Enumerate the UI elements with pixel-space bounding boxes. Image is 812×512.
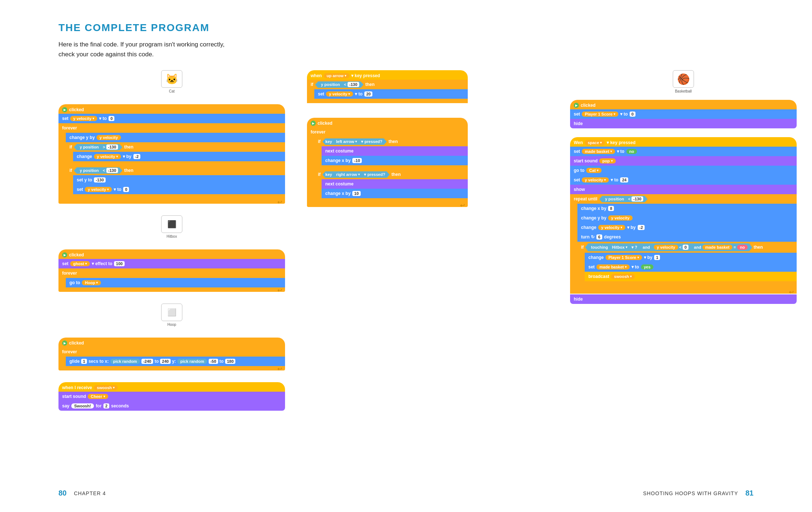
chapter-label-right: SHOOTING HOOPS WITH GRAVITY — [643, 490, 738, 496]
if-touching-body: change Player 1 Score ▾ by 1 set made ba… — [577, 253, 797, 289]
go-to-hoop-block: go to Hoop — [66, 278, 285, 287]
set-player-score-block: set Player 1 Score ▾ to 0 — [570, 109, 797, 119]
lr-forever-body: if key left arrow ▾ pressed? then — [307, 137, 468, 207]
repeat-until-header: repeat until y position < -130 — [570, 194, 797, 204]
if-ypos-lt-block: if y position < -130 then — [66, 166, 285, 175]
when-space-pressed: Wen space ▾ key pressed — [570, 137, 797, 147]
hoop-sprite-thumb: ⬜ Hoop — [58, 304, 285, 327]
if-left-header: if key left arrow ▾ pressed? then — [314, 137, 468, 146]
hitbox-forever-body: go to Hoop ↩ — [58, 278, 285, 292]
hoop-forever-header: forever — [58, 347, 285, 357]
set-y-velocity-block: set y velocity ▾ to 0 — [58, 114, 285, 123]
page-title: THE COMPLETE PROGRAM — [58, 22, 754, 34]
when-clicked-hat: ▶ clicked — [58, 104, 285, 114]
broadcast-swoosh: broadcast swoosh — [585, 272, 797, 281]
hitbox-group1: ▶ clicked set ghost ▾ effect to 100 fore… — [58, 249, 285, 292]
change-x-neg10: change x by -10 — [322, 156, 468, 165]
lr-forever-header: forever — [307, 127, 468, 137]
ball-group1: ▶ clicked set Player 1 Score ▾ to 0 hide — [570, 100, 797, 129]
turn-6-degrees: turn ↻ 6 degrees — [577, 232, 797, 242]
lr-when-clicked: ▶ clicked — [307, 118, 468, 127]
next-costume-left: next costume — [322, 146, 468, 156]
up-arrow-group: when up arrow ▾ key pressed if y positio… — [307, 70, 468, 103]
change-y-vel-block: change y velocity ▾ by -2 — [73, 152, 285, 161]
hoop-when-clicked: ▶ clicked — [58, 338, 285, 347]
hitbox-forever-header: forever — [58, 268, 285, 278]
set-ghost-effect: set ghost ▾ effect to 100 — [58, 259, 285, 268]
green-flag-icon: ▶ — [62, 107, 67, 112]
set-y-block: set y to -130 — [73, 175, 285, 185]
when-receive-swoosh: when I receive swoosh — [58, 382, 285, 392]
set-y-vel-zero-block: set y velocity ▾ to 0 — [73, 185, 285, 194]
if-left-body: next costume change x by -10 — [314, 146, 468, 170]
lr-arrow-group: ▶ clicked forever if key left arrow — [307, 118, 468, 207]
if-up-ypos-block: if y position < -130 then — [307, 80, 468, 89]
set-y-vel-24: set y velocity ▾ to 24 — [570, 175, 797, 185]
change-player-score: change Player 1 Score ▾ by 1 — [585, 253, 797, 262]
page-number-right: 81 — [745, 489, 754, 497]
if-right-header: if key right arrow ▾ pressed? then — [314, 170, 468, 179]
page-number-left: 80 — [58, 489, 67, 497]
change-y-yvel-block: change y by y velocity — [577, 213, 797, 223]
if-ypos-gt-block: if y position > -130 then — [66, 142, 285, 152]
page: THE COMPLETE PROGRAM Here is the final c… — [0, 0, 812, 512]
cat-code-column: 🐱 Cat ▶ clicked set y velocity ▾ to 0 — [58, 70, 285, 411]
go-to-cat-block: go to Cat — [570, 166, 797, 175]
cat-arrow-column: when up arrow ▾ key pressed if y positio… — [307, 70, 468, 411]
cat-sprite-thumb: 🐱 Cat — [58, 70, 285, 93]
start-sound-cheer: start sound Cheer — [58, 392, 285, 401]
next-costume-right: next costume — [322, 179, 468, 189]
repeat-until-body: change x by 8 change y by y velocity cha… — [570, 204, 797, 294]
if-ypos-gt-body: change y velocity ▾ by -2 — [66, 152, 285, 166]
ball-show-block: show — [570, 185, 797, 194]
subtitle: Here is the final code. If your program … — [58, 39, 754, 59]
change-y-vel-neg2: change y velocity ▾ by -2 — [577, 223, 797, 232]
ball-hide-block: hide — [570, 119, 797, 128]
ball-hide-final: hide — [570, 294, 797, 304]
ball-space-group: Wen space ▾ key pressed set made basket … — [570, 137, 797, 305]
page-footer: 80 CHAPTER 4 SHOOTING HOOPS WITH GRAVITY… — [0, 489, 812, 497]
forever-body-1: change y by y velocity if y position > -… — [58, 133, 285, 204]
basketball-code-column: 🏀 Basketball ▶ clicked set Player 1 Scor… — [570, 70, 797, 411]
set-made-basket-yes: set made basket ▾ to yes — [585, 262, 797, 272]
if-right-body: next costume change x by 10 — [314, 179, 468, 203]
set-made-basket-no: set made basket ▾ to no — [570, 147, 797, 156]
if-ypos-lt-body: set y to -130 set y velocity ▾ to 0 — [66, 175, 285, 199]
hoop-receive-group: when I receive swoosh start sound Cheer … — [58, 382, 285, 411]
hoop-group1: ▶ clicked forever glide 1 secs to x: pic… — [58, 338, 285, 370]
if-up-body: set y velocity ▾ to 20 — [307, 89, 468, 103]
hitbox-when-clicked: ▶ clicked — [58, 249, 285, 259]
change-y-block: change y by y velocity — [66, 133, 285, 142]
if-touching-header: if touching Hitbox ▾ ? and y velocity — [577, 242, 797, 253]
up-arrow-hat: when up arrow ▾ key pressed — [307, 70, 468, 80]
glide-block: glide 1 secs to x: pick random -240 to 2… — [66, 357, 285, 366]
hoop-forever-body: glide 1 secs to x: pick random -240 to 2… — [58, 357, 285, 370]
basketball-sprite-thumb: 🏀 Basketball — [570, 70, 797, 93]
say-swoosh-block: say Swoosh! for 2 seconds — [58, 401, 285, 411]
forever-header: forever — [58, 123, 285, 133]
set-y-vel-20-block: set y velocity ▾ to 20 — [314, 89, 468, 99]
start-sound-pop: start sound pop — [570, 156, 797, 166]
change-x-8-block: change x by 8 — [577, 204, 797, 213]
ball-when-clicked: ▶ clicked — [570, 100, 797, 109]
cat-group1: ▶ clicked set y velocity ▾ to 0 forever — [58, 104, 285, 204]
change-x-pos10: change x by 10 — [322, 189, 468, 198]
chapter-label-left: CHAPTER 4 — [74, 490, 106, 496]
hitbox-sprite-thumb: ⬛ Hitbox — [58, 215, 285, 238]
